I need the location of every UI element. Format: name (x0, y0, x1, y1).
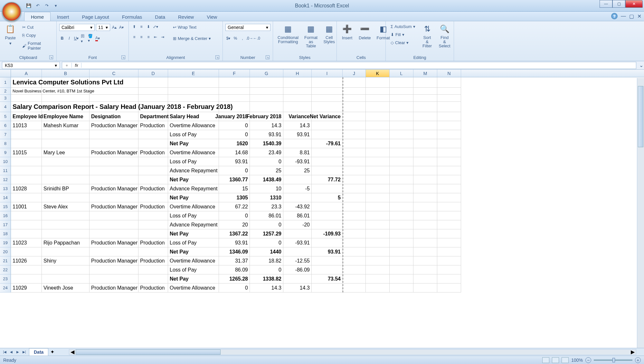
new-sheet-icon[interactable]: ✦ (48, 349, 56, 355)
cell[interactable]: Overtime Allowance (168, 202, 219, 211)
row-header[interactable]: 3 (0, 95, 11, 102)
cell[interactable]: -43.92 (283, 202, 312, 211)
column-header-C[interactable]: C (90, 70, 138, 77)
cell[interactable]: Production Manager (90, 202, 138, 211)
grow-font-icon[interactable]: A▴ (111, 24, 117, 30)
cell[interactable]: 10 (250, 184, 283, 193)
cell[interactable] (219, 95, 250, 102)
worksheet-grid[interactable]: ABCDEFGHIJKLMN 1234567891011121314151617… (0, 70, 644, 292)
column-header-D[interactable]: D (138, 70, 168, 77)
cell[interactable]: 14.3 (283, 121, 312, 130)
cell[interactable]: Salary Comparison Report - Salary Head (… (11, 102, 42, 112)
row-header[interactable]: 4 (0, 102, 11, 112)
vertical-scrollbar[interactable] (637, 78, 644, 348)
cell[interactable] (366, 274, 390, 283)
column-header-E[interactable]: E (168, 70, 219, 77)
cell[interactable] (366, 157, 390, 166)
cell[interactable] (343, 211, 366, 220)
column-header-K[interactable]: K (366, 70, 390, 77)
cell[interactable] (390, 274, 413, 283)
dialog-launcher-icon[interactable]: ↘ (215, 55, 219, 59)
header-cell[interactable]: February 2018 (250, 112, 283, 121)
cell[interactable]: Overtime Allowance (168, 283, 219, 292)
cell[interactable] (138, 211, 168, 220)
cell[interactable] (437, 175, 461, 184)
cell[interactable]: 1305 (219, 193, 250, 202)
cell[interactable] (390, 256, 413, 265)
cell-styles-button[interactable]: ▦Cell Styles (321, 23, 337, 44)
cell[interactable]: 14.3 (283, 283, 312, 292)
last-sheet-icon[interactable]: ▶| (21, 349, 27, 355)
cell[interactable] (437, 220, 461, 229)
cell[interactable] (343, 130, 366, 139)
cell[interactable] (413, 95, 437, 102)
format-as-table-button[interactable]: ▦Format as Table (302, 23, 319, 49)
maximize-button[interactable]: ▢ (612, 0, 625, 8)
next-sheet-icon[interactable]: ▶ (15, 349, 21, 355)
cell[interactable]: 1367.22 (219, 229, 250, 238)
cell[interactable] (312, 202, 343, 211)
cut-button[interactable]: ✂Cut (20, 24, 54, 31)
align-middle-icon[interactable]: ≡ (138, 24, 144, 30)
cell[interactable] (138, 166, 168, 175)
restore-workbook-icon[interactable]: ▢ (629, 13, 634, 19)
expand-formula-icon[interactable]: ⌄ (638, 62, 644, 68)
column-header-J[interactable]: J (343, 70, 366, 77)
cell[interactable] (90, 166, 138, 175)
cell[interactable] (437, 88, 461, 95)
cell[interactable] (366, 102, 390, 112)
cell[interactable] (90, 102, 138, 112)
cell[interactable] (390, 238, 413, 247)
cell[interactable]: Advance Repayment (168, 166, 219, 175)
cell[interactable] (138, 139, 168, 148)
page-layout-view-icon[interactable] (552, 357, 559, 363)
cell[interactable] (138, 102, 168, 112)
cell[interactable] (343, 238, 366, 247)
cell[interactable] (413, 229, 437, 238)
cell[interactable]: -93.91 (283, 238, 312, 247)
cell[interactable] (437, 166, 461, 175)
cell[interactable] (390, 229, 413, 238)
cell[interactable] (343, 184, 366, 193)
cell[interactable] (413, 193, 437, 202)
cell[interactable]: 11026 (11, 256, 42, 265)
cell[interactable] (312, 95, 343, 102)
cell[interactable]: 0 (250, 238, 283, 247)
cell[interactable] (42, 193, 90, 202)
cell[interactable]: Production Manager (90, 238, 138, 247)
cell[interactable] (366, 121, 390, 130)
cell[interactable] (413, 256, 437, 265)
cell[interactable] (343, 265, 366, 274)
cell[interactable]: 25 (283, 166, 312, 175)
cell[interactable] (138, 220, 168, 229)
cell[interactable]: Production (138, 238, 168, 247)
cell[interactable] (343, 229, 366, 238)
conditional-formatting-button[interactable]: ▦Conditional Formatting (276, 23, 300, 44)
cell[interactable]: Production (138, 184, 168, 193)
cell[interactable] (343, 247, 366, 256)
cell[interactable] (437, 139, 461, 148)
dialog-launcher-icon[interactable]: ↘ (121, 55, 125, 59)
cell[interactable]: Shiny (42, 256, 90, 265)
cell[interactable] (343, 88, 366, 95)
row-header[interactable]: 1 (0, 77, 11, 88)
cell[interactable] (312, 88, 343, 95)
cell[interactable]: 23.49 (250, 148, 283, 157)
select-all-corner[interactable] (0, 70, 11, 77)
row-header[interactable]: 22 (0, 265, 11, 274)
cell[interactable]: Production Manager (90, 148, 138, 157)
align-top-icon[interactable]: ⬆ (131, 24, 137, 30)
cell[interactable] (437, 283, 461, 292)
cell[interactable] (312, 211, 343, 220)
cell[interactable] (42, 175, 90, 184)
cell[interactable] (343, 256, 366, 265)
cell[interactable] (138, 265, 168, 274)
undo-icon[interactable]: ↶ (35, 3, 41, 9)
cell[interactable] (42, 88, 90, 95)
insert-cells-button[interactable]: ➕Insert (339, 23, 355, 41)
cell[interactable]: 15 (219, 184, 250, 193)
cell[interactable]: 0 (219, 211, 250, 220)
cell[interactable] (250, 95, 283, 102)
cell[interactable]: 1438.49 (250, 175, 283, 184)
cell[interactable] (437, 238, 461, 247)
